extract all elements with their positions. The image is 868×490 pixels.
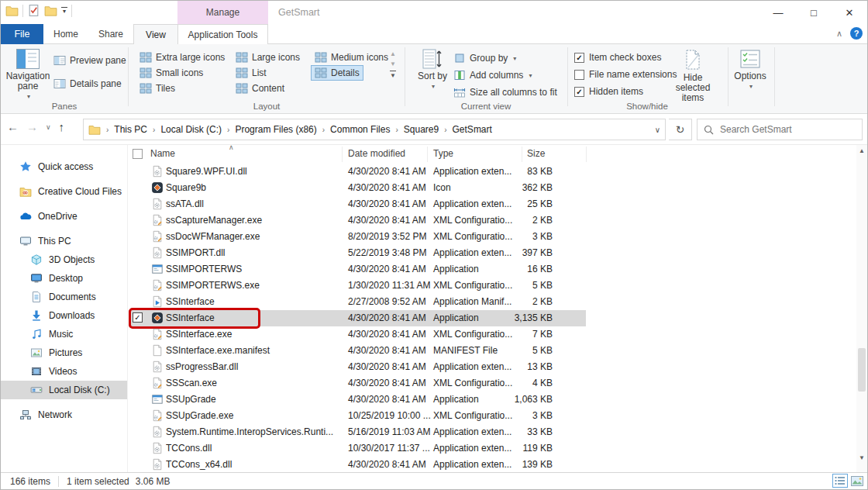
layout-option-medium-icons[interactable]: Medium icons [311, 50, 392, 65]
sidebar-item-pictures[interactable]: Pictures [1, 343, 127, 362]
sidebar-item-desktop[interactable]: Desktop [1, 269, 127, 288]
file-row-ssupgrade-exe[interactable]: SSUpGrade.exe10/25/2019 10:00 ...XML Con… [129, 408, 858, 424]
folder-icon[interactable] [5, 4, 19, 17]
sidebar-item-documents[interactable]: Documents [1, 288, 127, 306]
column-header-date-modified[interactable]: Date modified [348, 148, 405, 159]
collapse-ribbon-icon[interactable]: ∧ [836, 29, 842, 39]
file-row-ssinterface-exe-manifest[interactable]: SSInterface.exe.manifest4/30/2020 8:41 A… [129, 343, 858, 359]
breadcrumb-segment-square9[interactable]: Square9 [404, 124, 439, 135]
item-checkbox-checked[interactable]: ✓ [133, 312, 143, 323]
folder-icon[interactable] [44, 4, 57, 17]
up-icon[interactable]: ↑ [59, 120, 65, 133]
tab-view[interactable]: View [133, 24, 178, 44]
sidebar-item-local-disk-c[interactable]: Local Disk (C:) [1, 381, 127, 399]
group-by-button[interactable]: Group by▾ [453, 52, 516, 64]
sidebar-item-quick-access[interactable]: Quick access [1, 157, 127, 176]
help-icon[interactable]: ? [850, 27, 863, 40]
file-row-square9-wpf-ui-dll[interactable]: Square9.WPF.UI.dll4/30/2020 8:41 AMAppli… [129, 164, 858, 180]
vertical-scrollbar[interactable]: ▲ ▼ [856, 145, 867, 474]
layout-option-tiles[interactable]: Tiles [136, 81, 179, 96]
scrollbar-thumb[interactable] [858, 348, 866, 392]
file-row-tccons-dll[interactable]: TCCons.dll10/30/2017 11:37 ...Applicatio… [129, 440, 858, 457]
sidebar-item-downloads[interactable]: Downloads [1, 306, 127, 325]
layout-option-extra-large-icons[interactable]: Extra large icons [136, 50, 229, 65]
breadcrumb-dropdown-icon[interactable]: ∨ [655, 126, 660, 134]
size-all-columns-button[interactable]: Size all columns to fit [453, 86, 557, 98]
sidebar-item-network[interactable]: Network [1, 405, 127, 424]
column-header-type[interactable]: Type [433, 148, 453, 159]
preview-pane-button[interactable]: Preview pane [53, 54, 126, 67]
refresh-button[interactable]: ↻ [669, 119, 692, 140]
file-row-ssimporterws[interactable]: SSIMPORTERWS4/30/2020 8:41 AMApplication… [129, 261, 858, 278]
file-row-sscapturemanager-exe[interactable]: ssCaptureManager.exe4/30/2020 8:41 AMXML… [129, 212, 858, 229]
sidebar-item-this-pc[interactable]: This PC [1, 232, 127, 250]
details-view-button[interactable] [832, 474, 848, 488]
breadcrumb-separator-icon[interactable]: › [444, 126, 446, 134]
file-row-ssupgrade[interactable]: SSUpGrade4/30/2020 8:41 AMApplication1,0… [129, 392, 858, 408]
scrollbar-down-icon[interactable]: ▼ [856, 452, 867, 463]
layout-option-list[interactable]: List [232, 65, 270, 81]
file-row-tccons-x64-dll[interactable]: TCCons_x64.dll4/30/2020 8:41 AMApplicati… [129, 457, 858, 473]
scrollbar-up-icon[interactable]: ▲ [856, 145, 867, 156]
tab-file[interactable]: File [1, 24, 43, 44]
forward-icon[interactable]: → [26, 120, 38, 133]
file-row-ssimporterws-exe[interactable]: SSIMPORTERWS.exe1/30/2020 11:31 AMXML Co… [129, 278, 858, 294]
maximize-button[interactable]: □ [796, 1, 832, 24]
back-icon[interactable]: ← [7, 120, 19, 133]
close-button[interactable]: ✕ [832, 1, 867, 24]
file-row-ssinterface-selected[interactable]: ✓SSInterface4/30/2020 8:41 AMApplication… [129, 310, 858, 326]
breadcrumb-segment-local-disk-c[interactable]: Local Disk (C:) [160, 124, 222, 135]
file-row-square9b[interactable]: Square9b4/30/2020 8:41 AMIcon362 KB [129, 180, 858, 196]
breadcrumb-segment-program-files-x86[interactable]: Program Files (x86) [235, 124, 316, 135]
checkbox-hidden-items[interactable]: ✓Hidden items [574, 86, 643, 97]
more-layouts-icon[interactable]: ▼ [390, 71, 396, 79]
breadcrumb-segment-getsmart[interactable]: GetSmart [453, 124, 492, 135]
scroll-up-icon[interactable]: ▲ [390, 50, 396, 57]
customize-qat-arrow-icon[interactable]: ▾ [61, 7, 67, 15]
sidebar-item-music[interactable]: Music [1, 325, 127, 343]
layout-option-details[interactable]: Details [311, 65, 363, 81]
breadcrumb-segment-common-files[interactable]: Common Files [330, 124, 390, 135]
sidebar-item-3d-objects[interactable]: 3D Objects [1, 250, 127, 269]
breadcrumb[interactable]: ›This PC›Local Disk (C:)›Program Files (… [83, 119, 666, 140]
sidebar-item-onedrive[interactable]: OneDrive [1, 207, 127, 226]
breadcrumb-segment-this-pc[interactable]: This PC [114, 124, 147, 135]
contextual-tab-group-manage[interactable]: Manage [177, 1, 268, 24]
file-row-ssinterface[interactable]: SSInterface2/27/2008 9:52 AMApplication … [129, 294, 858, 310]
select-all-checkbox[interactable] [133, 149, 143, 159]
add-columns-button[interactable]: Add columns▾ [453, 69, 532, 81]
hide-selected-items-button[interactable]: Hide selected items [667, 49, 718, 103]
column-header-name[interactable]: Name [150, 148, 175, 159]
sort-by-button[interactable]: Sort by▾ [415, 49, 450, 91]
column-header-size[interactable]: Size [527, 148, 545, 159]
breadcrumb-separator-icon[interactable]: › [322, 126, 325, 134]
sidebar-item-videos[interactable]: Videos [1, 362, 127, 381]
tab-application-tools[interactable]: Application Tools [177, 24, 268, 44]
file-row-ssscan-exe[interactable]: SSScan.exe4/30/2020 8:41 AMXML Configura… [129, 375, 858, 392]
thumbnails-view-button[interactable] [849, 474, 865, 488]
checkbox-file-name-extensions[interactable]: File name extensions [574, 69, 677, 80]
breadcrumb-separator-icon[interactable]: › [153, 126, 155, 134]
layout-option-large-icons[interactable]: Large icons [232, 50, 304, 65]
file-row-ssdocwfmanager-exe[interactable]: ssDocWFManager.exe8/20/2019 3:52 PMXML C… [129, 229, 858, 245]
tab-share[interactable]: Share [88, 24, 133, 44]
checkbox-item-check-boxes[interactable]: ✓Item check boxes [574, 52, 661, 63]
file-row-system-runtime-interopservices-runti[interactable]: System.Runtime.InteropServices.Runti...5… [129, 424, 858, 440]
layout-option-content[interactable]: Content [232, 81, 288, 96]
file-row-ssprogressbar-dll[interactable]: ssProgressBar.dll4/30/2020 8:41 AMApplic… [129, 359, 858, 375]
file-row-ssata-dll[interactable]: ssATA.dll4/30/2020 8:41 AMApplication ex… [129, 196, 858, 212]
breadcrumb-separator-icon[interactable]: › [227, 126, 229, 134]
breadcrumb-separator-icon[interactable]: › [395, 126, 398, 134]
recent-locations-chevron-icon[interactable]: ∨ [46, 123, 51, 131]
options-button[interactable]: Options▾ [731, 49, 770, 91]
navigation-pane-button[interactable]: Navigation pane▾ [7, 49, 49, 102]
minimize-button[interactable]: — [760, 1, 796, 24]
layout-option-small-icons[interactable]: Small icons [136, 65, 207, 81]
file-row-ssinterface-exe[interactable]: SSInterface.exe4/30/2020 8:41 AMXML Conf… [129, 326, 858, 343]
properties-check-icon[interactable] [27, 4, 40, 17]
scroll-down-icon[interactable]: ▼ [390, 60, 396, 67]
tab-home[interactable]: Home [43, 24, 88, 44]
breadcrumb-separator-icon[interactable]: › [106, 126, 108, 134]
sidebar-item-creative-cloud-files[interactable]: Creative Cloud Files [1, 182, 127, 201]
details-pane-button[interactable]: Details pane [53, 78, 122, 90]
